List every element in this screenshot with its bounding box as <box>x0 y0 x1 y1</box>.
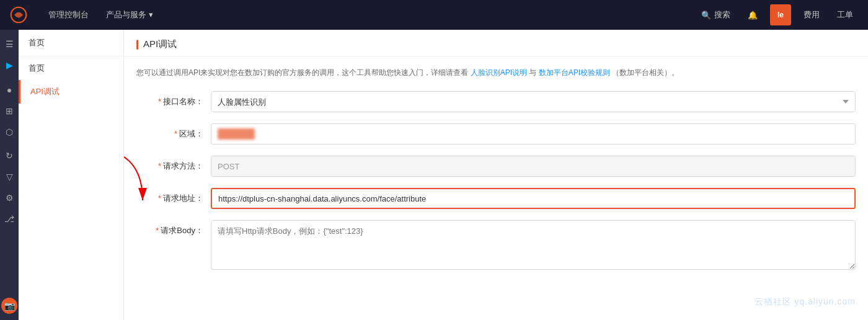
bell-icon: 🔔 <box>748 11 758 20</box>
page-title: API调试 <box>143 38 177 50</box>
sidebar-icon-hex[interactable]: ⬡ <box>1 124 17 140</box>
sidebar-item-home[interactable]: 首页 <box>19 56 123 80</box>
user-avatar[interactable]: Ie <box>770 4 791 25</box>
sidebar-icon-gear[interactable]: ⚙ <box>1 190 17 206</box>
link-platform-api[interactable]: 数加平台API校验规则 <box>539 68 610 77</box>
sidebar-icon-camera[interactable]: 📷 <box>1 298 17 314</box>
region-blur-value <box>218 128 255 140</box>
form-row-region: *区域： <box>136 123 856 144</box>
method-label: *请求方法： <box>136 161 211 172</box>
layout: ☰ ▶ ● ⊞ ⬡ ↻ ▽ ⚙ ⎇ 📷 首页 首页 API调试 API调试 您可… <box>0 30 868 320</box>
icon-sidebar: ☰ ▶ ● ⊞ ⬡ ↻ ▽ ⚙ ⎇ 📷 <box>0 30 19 320</box>
url-label: *请求地址： <box>136 193 211 204</box>
sidebar-icon-arrow[interactable]: ▶ <box>1 57 17 73</box>
nav-products[interactable]: 产品与服务 ▾ <box>97 0 162 30</box>
body-label: *请求Body： <box>136 220 211 236</box>
sidebar-item-api-debug[interactable]: API调试 <box>19 80 123 104</box>
ticket-button[interactable]: 工单 <box>830 0 861 30</box>
region-label: *区域： <box>136 128 211 140</box>
sidebar-breadcrumb[interactable]: 首页 <box>19 30 123 56</box>
search-icon: 🔍 <box>701 11 711 20</box>
interface-label: *接口名称： <box>136 96 211 107</box>
sidebar-icon-triangle[interactable]: ▽ <box>1 169 17 185</box>
sidebar-icon-branch[interactable]: ⎇ <box>1 211 17 227</box>
search-button[interactable]: 🔍 搜索 <box>694 0 738 30</box>
notification-button[interactable]: 🔔 <box>740 0 765 30</box>
sidebar-icon-grid[interactable]: ⊞ <box>1 103 17 119</box>
logo[interactable] <box>7 4 30 26</box>
sidebar-icon-sync[interactable]: ↻ <box>1 148 17 164</box>
region-field[interactable] <box>211 123 856 144</box>
sidebar-icon-hamburger[interactable]: ☰ <box>1 36 17 52</box>
page-header: API调试 <box>124 30 868 57</box>
link-face-api[interactable]: 人脸识别API说明 <box>471 68 527 77</box>
url-input[interactable] <box>211 188 856 209</box>
interface-select[interactable]: 人脸属性识别 <box>211 91 856 112</box>
main-content: API调试 您可以通过调用API来实现对您在数加订购的官方服务的调用，这个工具帮… <box>124 30 868 320</box>
form-row-interface: *接口名称： 人脸属性识别 <box>136 91 856 112</box>
top-nav-right: 🔍 搜索 🔔 Ie 费用 工单 <box>694 0 861 30</box>
nav-console[interactable]: 管理控制台 <box>40 0 97 30</box>
billing-button[interactable]: 费用 <box>796 0 827 30</box>
sidebar-icon-dot[interactable]: ● <box>1 82 17 98</box>
top-nav: 管理控制台 产品与服务 ▾ 🔍 搜索 🔔 Ie 费用 工单 <box>0 0 868 30</box>
method-input <box>211 156 856 177</box>
intro-text: 您可以通过调用API来实现对您在数加订购的官方服务的调用，这个工具帮助您快速入门… <box>136 67 856 79</box>
body-textarea[interactable] <box>211 220 856 270</box>
content-body: 您可以通过调用API来实现对您在数加订购的官方服务的调用，这个工具帮助您快速入门… <box>124 57 868 291</box>
left-sidebar: 首页 首页 API调试 <box>19 30 124 320</box>
form-row-method: *请求方法： <box>136 156 856 177</box>
form-row-url: *请求地址： <box>136 188 856 209</box>
form-row-body: *请求Body： <box>136 220 856 270</box>
